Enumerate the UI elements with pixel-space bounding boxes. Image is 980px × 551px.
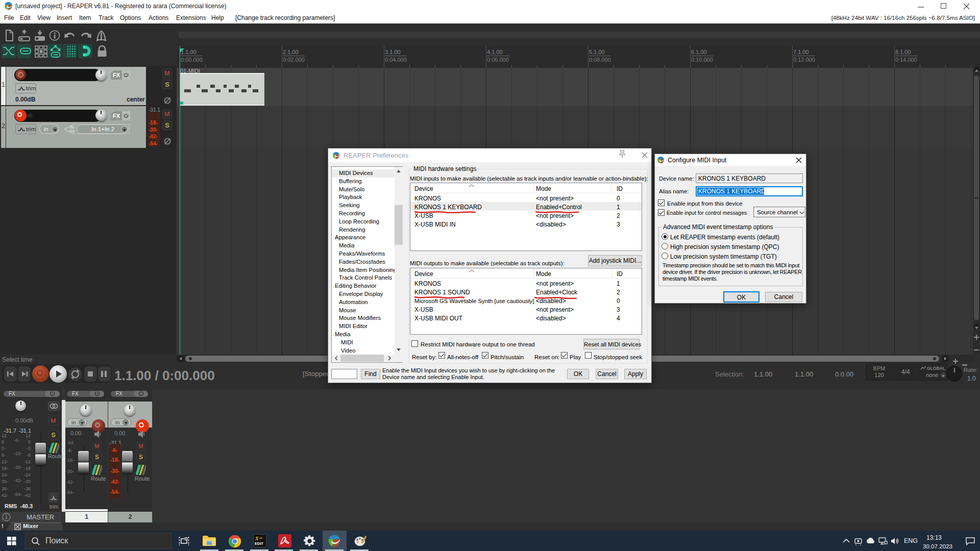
svg-text:X: X (255, 536, 259, 541)
svg-text:IN: IN (70, 126, 74, 129)
svg-text:FX: FX (70, 130, 75, 133)
svg-text:pe: pe (259, 536, 263, 539)
svg-text:EDIT: EDIT (255, 541, 264, 546)
